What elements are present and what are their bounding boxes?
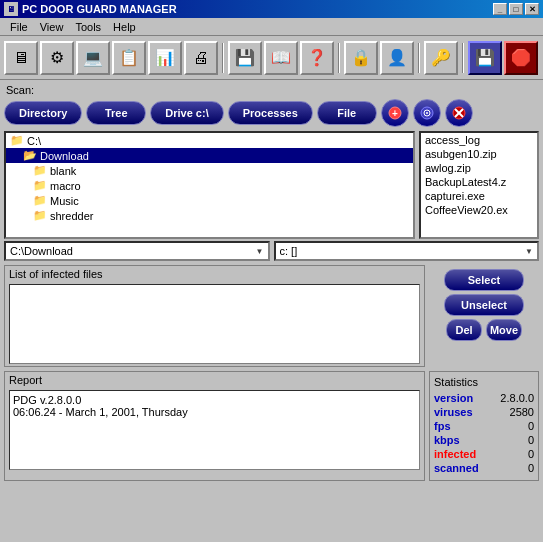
statistics-title: Statistics xyxy=(434,376,534,388)
path-bar-row: C:\Download ▼ c: [] ▼ xyxy=(4,241,539,261)
title-bar: 🖥 PC DOOR GUARD MANAGER _ □ ✕ xyxy=(0,0,543,18)
right-path-arrow: ▼ xyxy=(525,247,533,256)
bottom-row: Report PDG v.2.8.0.0 06:06.24 - March 1,… xyxy=(4,371,539,481)
toolbar-question-btn[interactable]: ❓ xyxy=(300,41,334,75)
scan-processes-button[interactable]: Processes xyxy=(228,101,313,125)
scan-buttons-row: Directory Tree Drive c:\ Processes File … xyxy=(4,99,539,127)
toolbar-separator2 xyxy=(338,43,340,73)
person-icon: 👤 xyxy=(387,48,407,67)
toolbar-drive-btn[interactable]: 💾 xyxy=(228,41,262,75)
svg-point-4 xyxy=(426,112,428,114)
dir-item-root[interactable]: 📁 C:\ xyxy=(6,133,413,148)
file-item-2[interactable]: awlog.zip xyxy=(421,161,537,175)
plus-in-circle-icon: + xyxy=(388,106,402,120)
scan-label: Scan: xyxy=(4,84,539,96)
main-content: Scan: Directory Tree Drive c:\ Processes… xyxy=(0,80,543,485)
file-browser-area: 📁 C:\ 📂 Download 📁 blank 📁 macro 📁 xyxy=(4,131,539,239)
toolbar-printer-btn[interactable]: 🖨 xyxy=(184,41,218,75)
left-path-arrow: ▼ xyxy=(256,247,264,256)
scan-drive-button[interactable]: Drive c:\ xyxy=(150,101,223,125)
toolbar-separator4 xyxy=(462,43,464,73)
stats-viruses-key: viruses xyxy=(434,406,473,418)
file-item-4[interactable]: capturei.exe xyxy=(421,189,537,203)
infected-title: List of infected files xyxy=(5,266,424,282)
left-path-combo[interactable]: C:\Download ▼ xyxy=(4,241,270,261)
infected-list[interactable] xyxy=(9,284,420,364)
save-icon: 💾 xyxy=(475,48,495,67)
toolbar-key-btn[interactable]: 🔑 xyxy=(424,41,458,75)
toolbar-separator3 xyxy=(418,43,420,73)
toolbar-chart-btn[interactable]: 📊 xyxy=(148,41,182,75)
menu-tools[interactable]: Tools xyxy=(69,20,107,34)
file-item-5[interactable]: CoffeeView20.ex xyxy=(421,203,537,217)
statistics-section: Statistics version 2.8.0.0 viruses 2580 … xyxy=(429,371,539,481)
scan-add-icon-button[interactable]: + xyxy=(381,99,409,127)
dir-item-blank[interactable]: 📁 blank xyxy=(6,163,413,178)
scan-file-button[interactable]: File xyxy=(317,101,377,125)
left-path-text: C:\Download xyxy=(10,245,73,257)
stats-fps-row: fps 0 xyxy=(434,420,534,432)
report-title: Report xyxy=(5,372,424,388)
del-button[interactable]: Del xyxy=(446,319,482,341)
file-list-panel[interactable]: access_log asubgen10.zip awlog.zip Backu… xyxy=(419,131,539,239)
drive-icon: 💾 xyxy=(235,48,255,67)
toolbar-stop-btn[interactable]: 🛑 xyxy=(504,41,538,75)
toolbar-settings-btn[interactable]: ⚙ xyxy=(40,41,74,75)
toolbar-document-btn[interactable]: 📋 xyxy=(112,41,146,75)
minimize-button[interactable]: _ xyxy=(493,3,507,15)
folder-icon-shredder: 📁 xyxy=(33,209,47,222)
toolbar-shield-btn[interactable]: 🔒 xyxy=(344,41,378,75)
dir-item-download[interactable]: 📂 Download xyxy=(6,148,413,163)
move-button[interactable]: Move xyxy=(486,319,522,341)
toolbar-computer-btn[interactable]: 💻 xyxy=(76,41,110,75)
folder-icon-music: 📁 xyxy=(33,194,47,207)
folder-icon-macro: 📁 xyxy=(33,179,47,192)
scan-tree-button[interactable]: Tree xyxy=(86,101,146,125)
toolbar-monitor-btn[interactable]: 🖥 xyxy=(4,41,38,75)
menu-view[interactable]: View xyxy=(34,20,70,34)
close-button[interactable]: ✕ xyxy=(525,3,539,15)
right-path-combo[interactable]: c: [] ▼ xyxy=(274,241,540,261)
right-path-text: c: [] xyxy=(280,245,298,257)
scan-directory-button[interactable]: Directory xyxy=(4,101,82,125)
report-section: Report PDG v.2.8.0.0 06:06.24 - March 1,… xyxy=(4,371,425,481)
printer-icon: 🖨 xyxy=(193,49,209,67)
toolbar-person-btn[interactable]: 👤 xyxy=(380,41,414,75)
file-item-1[interactable]: asubgen10.zip xyxy=(421,147,537,161)
stats-scanned-key: scanned xyxy=(434,462,479,474)
menu-file[interactable]: File xyxy=(4,20,34,34)
svg-text:+: + xyxy=(392,108,398,119)
maximize-button[interactable]: □ xyxy=(509,3,523,15)
stats-scanned-val: 0 xyxy=(528,462,534,474)
stats-viruses-val: 2580 xyxy=(510,406,534,418)
toolbar-separator xyxy=(222,43,224,73)
drive-folder-icon: 📁 xyxy=(10,134,24,147)
action-buttons-panel: Select Unselect Del Move xyxy=(429,265,539,367)
toolbar-book-btn[interactable]: 📖 xyxy=(264,41,298,75)
file-item-3[interactable]: BackupLatest4.z xyxy=(421,175,537,189)
unselect-button[interactable]: Unselect xyxy=(444,294,524,316)
menu-help[interactable]: Help xyxy=(107,20,142,34)
toolbar-save-btn[interactable]: 💾 xyxy=(468,41,502,75)
stop-circle-icon xyxy=(452,106,466,120)
question-icon: ❓ xyxy=(307,48,327,67)
directory-tree-panel[interactable]: 📁 C:\ 📂 Download 📁 blank 📁 macro 📁 xyxy=(4,131,415,239)
dir-item-music[interactable]: 📁 Music xyxy=(6,193,413,208)
stats-version-val: 2.8.0.0 xyxy=(500,392,534,404)
folder-open-icon: 📂 xyxy=(23,149,37,162)
stats-fps-val: 0 xyxy=(528,420,534,432)
stats-infected-val: 0 xyxy=(528,448,534,460)
scan-config-icon-button[interactable] xyxy=(413,99,441,127)
dir-item-macro[interactable]: 📁 macro xyxy=(6,178,413,193)
chart-icon: 📊 xyxy=(155,48,175,67)
file-item-0[interactable]: access_log xyxy=(421,133,537,147)
infected-area: List of infected files Select Unselect D… xyxy=(4,265,539,367)
stats-version-row: version 2.8.0.0 xyxy=(434,392,534,404)
stats-fps-key: fps xyxy=(434,420,451,432)
select-button[interactable]: Select xyxy=(444,269,524,291)
stats-infected-key: infected xyxy=(434,448,476,460)
dir-item-shredder[interactable]: 📁 shredder xyxy=(6,208,413,223)
scan-stop-icon-button[interactable] xyxy=(445,99,473,127)
stats-kbps-key: kbps xyxy=(434,434,460,446)
stats-kbps-row: kbps 0 xyxy=(434,434,534,446)
